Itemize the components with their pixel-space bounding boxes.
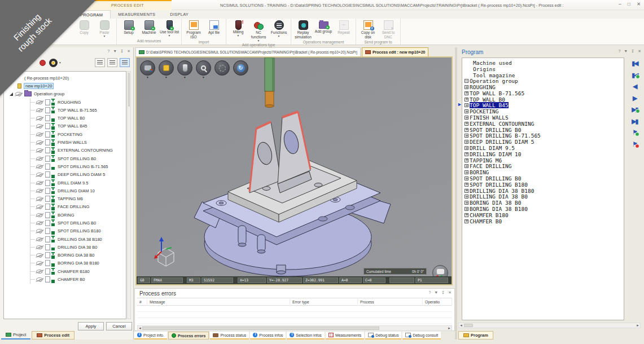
expand-plus-icon[interactable] <box>465 152 468 156</box>
tool-display-icon[interactable]: ▾ <box>177 60 192 76</box>
apt-file-button[interactable]: Apt file <box>204 20 224 35</box>
tree-item-operation[interactable]: ROUGHING <box>30 98 126 106</box>
expand-plus-icon[interactable] <box>465 189 468 193</box>
expand-plus-icon[interactable] <box>465 103 468 107</box>
tree-item-operation[interactable]: SPOT DRILLING B0 <box>30 155 126 162</box>
expand-plus-icon[interactable] <box>465 91 468 95</box>
expand-plus-icon[interactable] <box>465 109 468 113</box>
add-breakpoint-icon[interactable]: ⚑ <box>632 129 638 136</box>
panel-help-icon[interactable]: ? <box>618 49 620 54</box>
program-group-row[interactable]: Operation group <box>464 78 624 84</box>
expand-plus-icon[interactable] <box>465 170 468 174</box>
bottom-panel-tab[interactable]: Debug status <box>365 332 401 339</box>
tree-item-operation[interactable]: SPOT DRILLING B180 <box>30 227 126 235</box>
tree-item-operation[interactable]: TOP WALL B0 <box>30 114 126 122</box>
visibility-off-icon[interactable] <box>36 140 43 144</box>
send-to-dnc-button[interactable]: Send to DNC <box>378 20 398 39</box>
tab-process-edit-document[interactable]: Process edit : new mp10+20 <box>362 47 429 56</box>
tree-item-operation[interactable]: CHAMFER B0 <box>30 275 126 283</box>
record-indicator-icon[interactable] <box>40 60 46 66</box>
panel-help-icon[interactable]: ? <box>428 290 431 295</box>
expand-plus-icon[interactable] <box>465 164 468 168</box>
copy-button[interactable]: Copy <box>74 20 94 35</box>
expand-plus-icon[interactable] <box>465 195 468 199</box>
tree-item-operation[interactable]: DRILL DIAM 9.5 <box>30 179 126 187</box>
remove-breakpoint-icon[interactable]: ⚑ <box>632 141 638 148</box>
expand-plus-icon[interactable] <box>465 207 468 211</box>
program-static-row[interactable]: Origins <box>464 66 624 72</box>
column-header[interactable]: Error type <box>290 298 358 306</box>
play-forward-icon[interactable]: ▶ <box>633 95 637 102</box>
go-to-first-operation-icon[interactable]: ▮◀ <box>632 72 638 78</box>
visibility-off-icon[interactable] <box>36 245 43 249</box>
bottom-panel-tab[interactable]: Debug consult <box>402 332 441 339</box>
program-static-row[interactable]: Machine used <box>464 60 624 66</box>
program-operation-row[interactable]: SPOT DRILLING B0 <box>464 175 624 182</box>
expand-plus-icon[interactable] <box>465 219 468 223</box>
expand-plus-icon[interactable] <box>465 213 468 217</box>
program-operation-row[interactable]: BORING <box>464 169 624 175</box>
contextual-tab-process-edit[interactable]: PROCESS EDIT <box>84 0 172 10</box>
program-operation-row[interactable]: ROUGHING <box>464 84 624 90</box>
visibility-off-icon[interactable] <box>36 108 43 112</box>
panel-menu-icon[interactable]: ▼ <box>434 290 438 295</box>
collapse-minus-icon[interactable] <box>465 79 468 83</box>
play-backward-icon[interactable]: ◀ <box>633 83 637 90</box>
panel-menu-icon[interactable]: ▼ <box>624 49 628 54</box>
program-operation-row[interactable]: BORING DIA 38 B0 <box>464 200 624 206</box>
visibility-off-icon[interactable] <box>36 100 43 104</box>
repeat-button[interactable]: Repeat <box>334 20 354 35</box>
scroll-right-icon[interactable]: ► <box>636 324 639 327</box>
program-operation-row[interactable]: BORING DIA 38 B180 <box>464 206 624 212</box>
visibility-off-icon[interactable] <box>36 270 43 274</box>
panel-pin-icon[interactable]: ↧ <box>631 49 634 54</box>
visibility-off-icon[interactable] <box>36 237 43 241</box>
scroll-right-icon[interactable]: ► <box>448 327 451 330</box>
program-operation-row[interactable]: TOP WALL B0 <box>464 96 624 103</box>
bottom-panel-tab[interactable]: Process infos <box>250 332 286 339</box>
rotate-icon[interactable]: ↻ <box>233 60 248 76</box>
tree-item-operation[interactable]: DRILLING DIAM 10 <box>30 187 126 195</box>
tree-item-operation[interactable]: BORING <box>30 211 126 219</box>
expand-plus-icon[interactable] <box>465 134 468 138</box>
tree-item-operation[interactable]: EXTERNAL CONTOURNING <box>30 147 126 155</box>
ribbon-tab[interactable]: MEASUREMENTS <box>111 10 163 19</box>
expand-plus-icon[interactable] <box>465 201 468 205</box>
bottom-panel-tab[interactable]: Selection infos <box>287 332 325 339</box>
column-header[interactable]: Message <box>147 298 290 306</box>
errors-hscrollbar[interactable]: ◄ ► <box>137 325 452 331</box>
expand-plus-icon[interactable] <box>465 98 468 102</box>
tree-item-operation[interactable]: TOP WALL B-71.565 <box>30 106 126 114</box>
panel-close-icon[interactable]: ✕ <box>638 49 641 54</box>
list-view-detail-button[interactable] <box>120 58 130 67</box>
target-tool-icon[interactable] <box>49 59 58 67</box>
visibility-off-icon[interactable] <box>36 173 43 177</box>
scroll-thumb[interactable] <box>142 327 379 330</box>
expand-plus-icon[interactable] <box>465 158 468 162</box>
expand-plus-icon[interactable] <box>465 140 468 144</box>
setup-button[interactable]: Setup <box>119 20 139 35</box>
panel-menu-icon[interactable]: ▼ <box>113 49 117 54</box>
program-operation-row[interactable]: DRILLING DIAM 10 <box>464 151 624 157</box>
program-operation-row[interactable]: FACE DRILLING <box>464 164 624 170</box>
visibility-off-icon[interactable] <box>36 148 43 152</box>
visibility-off-icon[interactable] <box>36 133 43 136</box>
tab-program[interactable]: Program <box>458 331 493 339</box>
program-operation-row[interactable]: POCKETING <box>464 108 624 114</box>
apply-button[interactable]: Apply <box>78 322 104 330</box>
bottom-panel-tab[interactable]: Process errors <box>168 332 209 339</box>
visibility-off-icon[interactable] <box>36 277 43 281</box>
tree-item-operation[interactable]: DRILLING DIA 38 B0 <box>30 243 126 251</box>
program-operation-row[interactable]: EXTERNAL CONTOURNING <box>464 121 624 127</box>
close-button[interactable]: ✕ <box>637 1 641 7</box>
expand-plus-icon[interactable] <box>465 177 468 180</box>
program-static-row[interactable]: Tool magazine <box>464 72 624 78</box>
machine-button[interactable]: Machine <box>139 20 159 35</box>
go-to-last-icon[interactable]: ▶▮ <box>632 118 638 125</box>
expand-plus-icon[interactable] <box>465 128 468 132</box>
visibility-off-icon[interactable] <box>36 229 43 233</box>
visibility-off-icon[interactable] <box>36 205 43 209</box>
list-view-medium-button[interactable] <box>107 58 117 67</box>
expand-plus-icon[interactable] <box>465 183 468 187</box>
visibility-off-icon[interactable] <box>36 189 43 193</box>
